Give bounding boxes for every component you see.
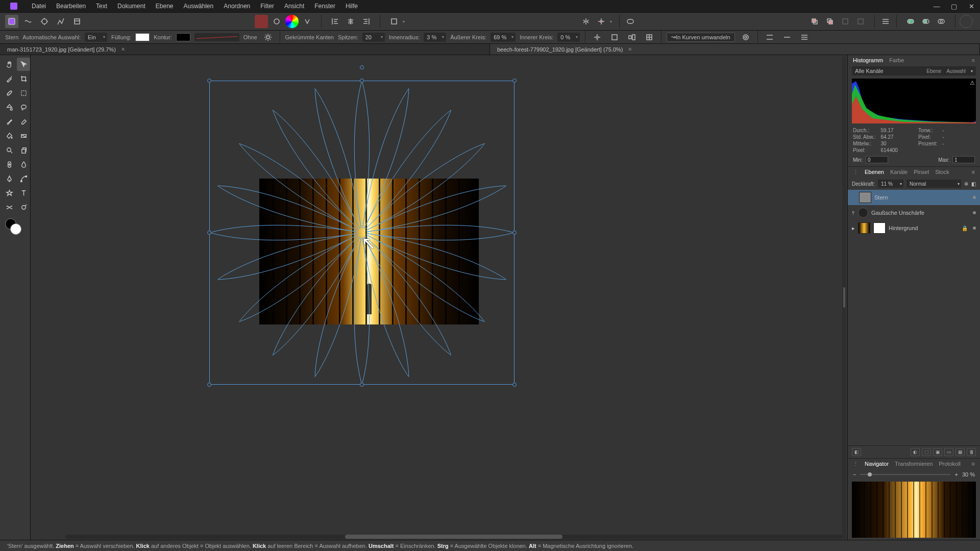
grid-icon[interactable] — [643, 31, 656, 44]
tab-navigator[interactable]: Navigator — [865, 461, 889, 467]
tab-document-2[interactable]: beech-forest-779902_1920.jpg [Geändert] … — [490, 44, 980, 55]
heal-tool-icon[interactable] — [3, 158, 16, 171]
crop-tool-icon[interactable] — [17, 72, 30, 85]
tab-stock[interactable]: Stock — [935, 169, 949, 176]
mesh-tool-icon[interactable] — [3, 201, 16, 214]
visibility-toggle-icon[interactable] — [973, 227, 976, 230]
delete-layer-icon[interactable]: 🗑 — [967, 448, 976, 456]
background-color-icon[interactable] — [10, 223, 21, 235]
panel-menu-icon[interactable]: ≡ — [972, 57, 975, 63]
erase-tool-icon[interactable] — [17, 115, 30, 128]
expand-icon[interactable]: ▸ — [852, 225, 855, 232]
tab-close-icon[interactable]: ✕ — [628, 46, 632, 52]
points-input[interactable]: 20 — [362, 33, 385, 42]
add-group-icon[interactable]: ▭ — [944, 448, 953, 456]
align-a-icon[interactable] — [763, 31, 776, 44]
layer-mask-thumb[interactable] — [873, 222, 886, 234]
bbox-handle[interactable] — [360, 79, 364, 83]
menu-hilfe[interactable]: Hilfe — [340, 3, 363, 10]
tab-ebenen[interactable]: Ebenen — [865, 169, 884, 176]
tab-kanaele[interactable]: Kanäle — [890, 169, 908, 176]
fx-icon[interactable] — [301, 15, 314, 28]
align-left-icon[interactable] — [329, 15, 342, 28]
panel-grip-icon[interactable]: ⋮ — [853, 169, 859, 176]
zoom-in-icon[interactable]: + — [954, 471, 958, 478]
marquee-tool-icon[interactable] — [17, 86, 30, 99]
quickmask-icon[interactable] — [624, 15, 637, 28]
inner-circle-input[interactable]: 0 % — [557, 33, 580, 42]
hist-opt-selection[interactable]: Auswahl — [946, 68, 966, 74]
selection-brush-icon[interactable] — [3, 86, 16, 99]
navigator-preview[interactable] — [852, 482, 976, 538]
hand-tool-icon[interactable] — [3, 58, 16, 71]
menu-text[interactable]: Text — [91, 3, 112, 10]
window-min-icon[interactable]: — — [928, 0, 945, 12]
order-front-icon[interactable] — [808, 15, 821, 28]
hist-opt-layer[interactable]: Ebene — [926, 68, 941, 74]
add-pixel-icon[interactable]: ▦ — [955, 448, 965, 456]
fill-swatch[interactable] — [135, 33, 150, 41]
zoom-value[interactable]: 30 % — [962, 471, 975, 478]
inner-radius-input[interactable]: 3 % — [424, 33, 446, 42]
star-shape-icon[interactable] — [3, 186, 16, 199]
tab-transform[interactable]: Transformieren — [895, 461, 933, 467]
tab-document-1[interactable]: man-3151723_1920.jpg [Geändert] (29.7%) … — [0, 44, 490, 55]
lock-icon[interactable]: 🔒 — [962, 226, 968, 231]
tab-farbe[interactable]: Farbe — [889, 57, 904, 63]
rotate-shape-icon[interactable] — [608, 31, 621, 44]
hist-min-input[interactable] — [866, 156, 888, 163]
distribute-icon[interactable] — [879, 15, 892, 28]
snapping-icon[interactable] — [595, 15, 608, 28]
layer-row-stern[interactable]: Stern — [848, 190, 980, 205]
persona-photo-icon[interactable] — [5, 15, 18, 28]
menu-filter[interactable]: Filter — [255, 3, 279, 10]
align-center-icon[interactable] — [344, 15, 357, 28]
color-wheel-icon[interactable] — [285, 15, 299, 28]
persona-develop-icon[interactable] — [38, 15, 51, 28]
bbox-handle[interactable] — [512, 79, 517, 83]
align-b-icon[interactable] — [780, 31, 794, 44]
convert-curves-button[interactable]: ↝ In Kurven umwandeln — [667, 33, 734, 42]
fill-preview-icon[interactable] — [255, 15, 268, 28]
visibility-toggle-icon[interactable] — [973, 196, 976, 199]
add-mask-icon[interactable]: ▣ — [933, 448, 942, 456]
menu-auswaehlen[interactable]: Auswählen — [178, 3, 218, 10]
panel-menu-icon[interactable]: ≡ — [972, 169, 975, 176]
flip-h-icon[interactable] — [579, 15, 593, 28]
visibility-toggle-icon[interactable] — [973, 211, 976, 214]
bbox-handle[interactable] — [360, 383, 364, 387]
layer-row-hintergrund[interactable]: ▸ Hintergrund 🔒 — [848, 220, 980, 236]
dodge-tool-icon[interactable] — [17, 201, 30, 214]
menu-bearbeiten[interactable]: Bearbeiten — [51, 3, 91, 10]
transform-origin-icon[interactable] — [591, 31, 604, 44]
persona-export-icon[interactable] — [70, 15, 84, 28]
layer-row-blur[interactable]: ⫯ Gaußsche Unschärfe — [848, 205, 980, 220]
node-tool-icon[interactable] — [17, 172, 30, 185]
boolean-int-icon[interactable] — [935, 15, 948, 28]
layer-name[interactable]: Hintergrund — [889, 225, 918, 231]
order-bwd-icon[interactable] — [854, 15, 867, 28]
scale-shape-icon[interactable] — [625, 31, 639, 44]
blur-tool-icon[interactable] — [17, 158, 30, 171]
panel-menu-icon[interactable]: ≡ — [972, 461, 975, 467]
zoom-out-icon[interactable]: − — [853, 471, 856, 478]
canvas-area[interactable]: ↖ — [31, 55, 847, 540]
window-max-icon[interactable]: ▢ — [945, 0, 963, 12]
hist-max-input[interactable] — [952, 156, 975, 163]
text-tool-icon[interactable] — [17, 186, 30, 199]
fill-tool-icon[interactable] — [3, 129, 16, 142]
opacity-input[interactable]: 11 % — [878, 180, 903, 188]
lasso-tool-icon[interactable] — [17, 101, 30, 114]
mask-layer-icon[interactable]: ◧ — [852, 448, 861, 456]
layer-name[interactable]: Gaußsche Unschärfe — [871, 210, 924, 216]
add-livefilter-icon[interactable]: ⬚ — [922, 448, 931, 456]
bbox-handle[interactable] — [512, 383, 517, 387]
panel-scrollbar-v[interactable] — [842, 56, 846, 539]
zoom-slider[interactable] — [860, 474, 950, 475]
persona-liquify-icon[interactable] — [21, 15, 35, 28]
order-back-icon[interactable] — [823, 15, 837, 28]
boolean-add-icon[interactable] — [904, 15, 917, 28]
menu-ebene[interactable]: Ebene — [151, 3, 179, 10]
histogram-channel-select[interactable]: Alle Kanäle Ebene Auswahl — [852, 66, 976, 76]
move-tool-icon[interactable] — [17, 58, 30, 71]
